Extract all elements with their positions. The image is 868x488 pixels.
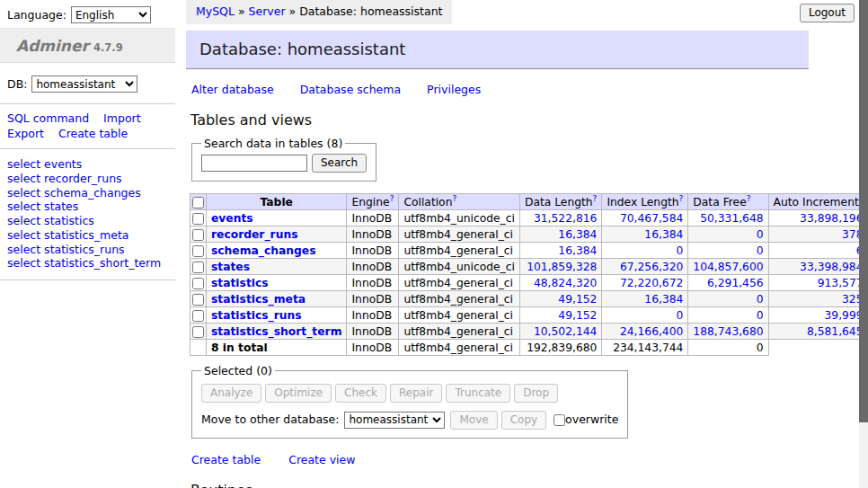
table-name-link[interactable]: recorder_runs xyxy=(211,228,297,241)
total-index-length: 234,143,744 xyxy=(602,340,688,356)
cell-data-length: 10,502,144 xyxy=(519,324,601,340)
truncate-button[interactable]: Truncate xyxy=(446,384,510,403)
cell-auto-increment: 6 xyxy=(768,243,868,259)
help-link[interactable]: ? xyxy=(452,194,456,203)
cell-data-length: 49,152 xyxy=(519,307,601,324)
create-links-row: Create table Create view xyxy=(191,453,868,466)
scrollbar-thumb[interactable] xyxy=(859,0,868,422)
db-select[interactable]: homeassistant xyxy=(31,75,137,93)
help-link[interactable]: ? xyxy=(747,194,751,203)
total-label: 8 in total xyxy=(207,340,347,356)
cell-index-length: 16,384 xyxy=(602,226,688,243)
cell-engine: InnoDB xyxy=(347,243,399,259)
move-db-select[interactable]: homeassistant xyxy=(344,412,445,429)
cell-table-name: recorder_runs xyxy=(207,226,347,243)
help-link[interactable]: ? xyxy=(679,194,684,203)
sidebar: Language:English Adminer4.7.9 DB:homeass… xyxy=(0,0,175,488)
col-header-index-length: Index Length? xyxy=(602,194,688,210)
brand-name: Adminer xyxy=(16,37,89,55)
row-checkbox[interactable] xyxy=(192,310,204,322)
cell-engine: InnoDB xyxy=(347,307,399,324)
table-name-link[interactable]: statistics xyxy=(211,277,269,289)
table-name-link[interactable]: statistics_short_term xyxy=(211,325,341,338)
copy-button[interactable]: Copy xyxy=(501,411,546,430)
row-checkbox[interactable] xyxy=(192,294,204,306)
breadcrumb-link-mysql[interactable]: MySQL xyxy=(196,4,235,18)
cell-table-name: statistics_short_term xyxy=(207,324,347,340)
row-checkbox[interactable] xyxy=(192,278,204,289)
optimize-button[interactable]: Optimize xyxy=(265,384,332,403)
toolbar-link-database-schema[interactable]: Database schema xyxy=(300,83,401,96)
repair-button[interactable]: Repair xyxy=(390,384,442,403)
col-header-table: Table xyxy=(207,194,347,210)
row-select-cell xyxy=(190,259,207,275)
sidebar-table-links: select eventsselect recorder_runsselect … xyxy=(0,149,175,280)
cell-index-length: 16,384 xyxy=(602,291,688,307)
cell-data-length: 49,152 xyxy=(519,291,601,307)
cell-index-length: 70,467,584 xyxy=(602,210,688,226)
cell-table-name: schema_changes xyxy=(207,243,347,259)
row-select-cell xyxy=(190,243,207,259)
cell-table-name: statistics_runs xyxy=(207,307,347,324)
help-link[interactable]: ? xyxy=(593,194,598,203)
tables-heading: Tables and views xyxy=(190,111,868,129)
table-name-link[interactable]: statistics_meta xyxy=(211,293,306,306)
sidebar-link-select-events[interactable]: select events xyxy=(7,157,168,172)
language-label: Language: xyxy=(7,8,66,22)
cell-data-free: 0 xyxy=(688,291,768,307)
vertical-scrollbar[interactable] xyxy=(859,0,868,488)
search-button[interactable]: Search xyxy=(312,154,367,173)
sidebar-action-create-table[interactable]: Create table xyxy=(58,127,128,140)
sidebar-link-select-states[interactable]: select states xyxy=(7,200,168,214)
sidebar-action-import[interactable]: Import xyxy=(103,111,141,125)
language-select[interactable]: English xyxy=(71,6,151,23)
row-checkbox[interactable] xyxy=(192,213,204,225)
select-all-checkbox[interactable] xyxy=(192,197,204,209)
search-input[interactable] xyxy=(201,155,307,172)
sidebar-link-select-recorder-runs[interactable]: select recorder_runs xyxy=(7,172,168,186)
toolbar-link-alter-database[interactable]: Alter database xyxy=(191,83,274,96)
table-header-row: TableEngine?Collation?Data Length?Index … xyxy=(190,194,868,210)
row-checkbox[interactable] xyxy=(192,326,204,338)
cell-data-free: 6,291,456 xyxy=(688,275,768,291)
move-button[interactable]: Move xyxy=(450,411,497,430)
col-header-auto-increment: Auto Increment? xyxy=(768,194,868,210)
row-select-cell xyxy=(190,275,207,291)
sidebar-link-select-schema-changes[interactable]: select schema_changes xyxy=(7,186,168,200)
table-name-link[interactable]: schema_changes xyxy=(211,244,316,257)
row-checkbox[interactable] xyxy=(192,245,204,257)
selected-legend: Selected (0) xyxy=(201,364,275,377)
select-all-cell xyxy=(190,194,207,210)
col-header-data-length: Data Length? xyxy=(519,194,601,210)
analyze-button[interactable]: Analyze xyxy=(201,384,261,403)
link-create-view[interactable]: Create view xyxy=(288,453,355,466)
row-checkbox[interactable] xyxy=(192,262,204,273)
table-row: statistics_metaInnoDButf8mb4_general_ci4… xyxy=(190,291,868,307)
link-create-table[interactable]: Create table xyxy=(191,453,261,466)
sidebar-action-export[interactable]: Export xyxy=(7,127,44,140)
overwrite-checkbox[interactable] xyxy=(554,414,565,426)
drop-button[interactable]: Drop xyxy=(514,384,558,403)
cell-engine: InnoDB xyxy=(347,291,399,307)
table-name-link[interactable]: events xyxy=(211,212,253,225)
table-row: statistics_runsInnoDButf8mb4_general_ci4… xyxy=(190,307,868,324)
sidebar-link-select-statistics-runs[interactable]: select statistics_runs xyxy=(7,243,168,257)
row-checkbox[interactable] xyxy=(192,229,204,241)
table-name-link[interactable]: statistics_runs xyxy=(211,309,302,322)
table-name-link[interactable]: states xyxy=(211,261,250,273)
sidebar-link-select-statistics[interactable]: select statistics xyxy=(7,214,168,228)
toolbar-link-privileges[interactable]: Privileges xyxy=(427,83,481,96)
cell-index-length: 24,166,400 xyxy=(602,324,688,340)
cell-index-length: 67,256,320 xyxy=(602,259,688,275)
help-link[interactable]: ? xyxy=(390,194,394,203)
app-version: 4.7.9 xyxy=(93,41,123,54)
logout-button[interactable]: Logout xyxy=(800,4,855,22)
cell-data-free: 0 xyxy=(688,243,768,259)
cell-data-length: 16,384 xyxy=(519,243,601,259)
check-button[interactable]: Check xyxy=(335,384,386,403)
cell-table-name: statistics xyxy=(207,275,347,291)
breadcrumb-link-server[interactable]: Server xyxy=(249,4,286,18)
sidebar-link-select-statistics-meta[interactable]: select statistics_meta xyxy=(7,228,168,243)
sidebar-link-select-statistics-short-term[interactable]: select statistics_short_term xyxy=(7,256,168,271)
sidebar-action-sql-command[interactable]: SQL command xyxy=(7,111,89,125)
